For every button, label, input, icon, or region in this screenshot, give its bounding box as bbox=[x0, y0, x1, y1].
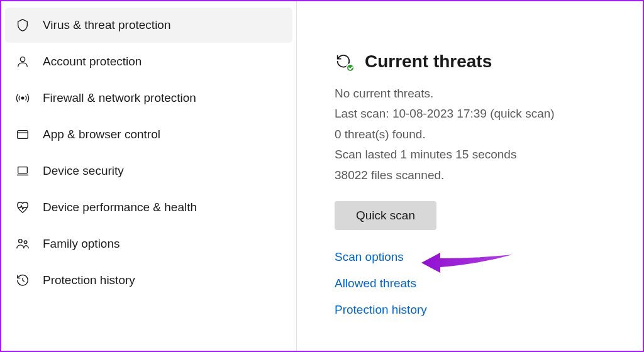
svg-point-7 bbox=[24, 241, 27, 244]
check-badge-icon bbox=[346, 63, 355, 72]
sidebar-item-protection-history[interactable]: Protection history bbox=[5, 263, 292, 298]
main-content: Current threats No current threats. Last… bbox=[297, 1, 643, 351]
protection-history-link[interactable]: Protection history bbox=[335, 303, 618, 317]
section-header: Current threats bbox=[335, 52, 618, 72]
sidebar-item-app-browser[interactable]: App & browser control bbox=[5, 117, 292, 152]
scan-options-link[interactable]: Scan options bbox=[335, 250, 618, 264]
radio-icon bbox=[15, 91, 30, 106]
sidebar-item-label: Family options bbox=[43, 237, 120, 251]
status-line: Scan lasted 1 minutes 15 seconds bbox=[335, 145, 618, 164]
sidebar-item-label: Device performance & health bbox=[43, 201, 197, 214]
sidebar-item-account[interactable]: Account protection bbox=[5, 44, 292, 79]
sidebar-item-performance-health[interactable]: Device performance & health bbox=[5, 190, 292, 225]
sidebar-item-label: App & browser control bbox=[43, 128, 160, 141]
sidebar-item-label: Protection history bbox=[43, 273, 135, 287]
svg-point-1 bbox=[21, 97, 24, 99]
status-line: 0 threat(s) found. bbox=[335, 125, 618, 144]
allowed-threats-link[interactable]: Allowed threats bbox=[335, 277, 618, 290]
browser-icon bbox=[15, 127, 30, 142]
heart-icon bbox=[15, 200, 30, 215]
svg-rect-2 bbox=[18, 131, 28, 139]
history-icon bbox=[15, 273, 30, 288]
sidebar-item-label: Device security bbox=[43, 164, 124, 178]
threat-status: No current threats. Last scan: 10-08-202… bbox=[335, 84, 618, 185]
sidebar-item-label: Virus & threat protection bbox=[43, 18, 170, 32]
svg-point-0 bbox=[20, 57, 25, 62]
sidebar-item-firewall[interactable]: Firewall & network protection bbox=[5, 80, 292, 116]
status-line: 38022 files scanned. bbox=[335, 166, 618, 185]
threats-icon bbox=[335, 52, 353, 71]
family-icon bbox=[15, 236, 30, 251]
sidebar-item-label: Account protection bbox=[43, 55, 142, 69]
laptop-icon bbox=[15, 163, 30, 179]
sidebar: Virus & threat protection Account protec… bbox=[1, 1, 297, 351]
status-line: No current threats. bbox=[335, 84, 618, 103]
sidebar-item-family[interactable]: Family options bbox=[5, 226, 292, 261]
sidebar-item-device-security[interactable]: Device security bbox=[5, 153, 292, 189]
svg-rect-4 bbox=[18, 167, 28, 173]
status-line: Last scan: 10-08-2023 17:39 (quick scan) bbox=[335, 104, 618, 123]
sidebar-item-label: Firewall & network protection bbox=[43, 91, 196, 105]
sidebar-item-virus-threat[interactable]: Virus & threat protection bbox=[5, 8, 292, 43]
section-title: Current threats bbox=[365, 52, 492, 72]
svg-point-6 bbox=[19, 239, 22, 243]
person-icon bbox=[15, 54, 30, 69]
shield-icon bbox=[15, 18, 30, 33]
quick-scan-button[interactable]: Quick scan bbox=[335, 201, 436, 230]
